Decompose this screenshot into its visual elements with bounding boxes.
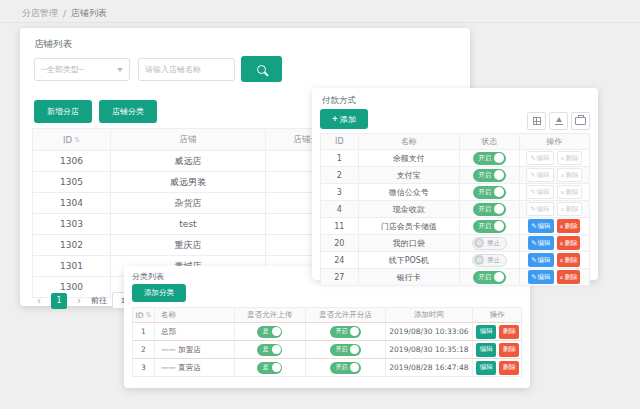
category-header-ops: 操作	[473, 308, 521, 322]
shop-category-button[interactable]: 店铺分类	[99, 100, 157, 123]
status-toggle[interactable]: 开启	[330, 362, 361, 374]
category-branch-cell: 开启	[306, 323, 386, 340]
toggle-label: 开启	[478, 154, 491, 163]
toggle-label: 是	[263, 327, 269, 336]
edit-button[interactable]: ✎编辑	[528, 270, 553, 284]
status-toggle[interactable]: 是	[257, 362, 282, 374]
payment-table-row[interactable]: 20我的口袋⊘禁止✎编辑×删除	[321, 234, 589, 251]
breadcrumb-item-branch-mgmt[interactable]: 分店管理	[22, 7, 58, 20]
delete-button-disabled[interactable]: ×删除	[557, 185, 583, 199]
category-ops-cell: 编辑删除	[473, 341, 521, 358]
delete-button-label: 删除	[503, 363, 516, 372]
delete-button-disabled[interactable]: ×删除	[557, 168, 583, 182]
payment-ops-cell: ✎编辑×删除	[520, 201, 589, 217]
delete-button[interactable]: 删除	[499, 343, 519, 357]
search-button[interactable]	[241, 56, 282, 82]
sort-icon[interactable]: ⇅	[74, 136, 80, 144]
delete-button-disabled[interactable]: ×删除	[557, 202, 583, 216]
edit-icon: ✎	[531, 222, 536, 230]
delete-button[interactable]: ×删除	[557, 253, 581, 267]
shop-id-cell: 1304	[33, 193, 111, 213]
status-toggle[interactable]: 开启	[473, 220, 506, 233]
sort-icon[interactable]: ⇅	[146, 311, 152, 319]
print-icon	[575, 117, 586, 125]
shop-name-input[interactable]	[138, 58, 235, 81]
edit-button-disabled[interactable]: ✎编辑	[526, 185, 553, 199]
pagination-prev-button[interactable]: ‹	[32, 293, 46, 308]
payment-table-row[interactable]: 3微信公众号开启✎编辑×删除	[321, 183, 589, 200]
export-button[interactable]	[549, 112, 568, 130]
payment-table-row[interactable]: 4现金收款开启✎编辑×删除	[321, 200, 589, 217]
toggle-knob	[272, 327, 281, 336]
payment-status-cell: ⊘禁止	[460, 252, 520, 268]
status-toggle[interactable]: ⊘禁止	[472, 237, 507, 250]
edit-icon-disabled: ✎	[530, 171, 535, 179]
payment-table-row[interactable]: 24线下POS机⊘禁止✎编辑×删除	[321, 251, 589, 268]
delete-button-disabled-label: 删除	[565, 171, 578, 180]
edit-button-disabled[interactable]: ✎编辑	[526, 168, 553, 182]
category-id-cell: 1	[133, 323, 155, 340]
toggle-knob	[494, 272, 504, 282]
payment-name-cell: 我的口袋	[359, 235, 460, 251]
delete-button[interactable]: 删除	[499, 361, 519, 375]
delete-button[interactable]: ×删除	[557, 270, 581, 284]
status-toggle[interactable]: 开启	[330, 344, 361, 356]
delete-button-label: 删除	[564, 222, 577, 231]
columns-button[interactable]	[527, 112, 546, 130]
category-table-row[interactable]: 2—— 加盟店是开启2019/08/30 10:35:18编辑删除	[133, 340, 521, 358]
toggle-knob	[494, 204, 504, 214]
chevron-down-icon	[117, 68, 123, 72]
category-header-id[interactable]: ID ⇅	[133, 308, 155, 322]
edit-button-disabled[interactable]: ✎编辑	[526, 151, 553, 165]
edit-button[interactable]: 编辑	[476, 361, 496, 375]
status-toggle[interactable]: 开启	[473, 186, 506, 199]
delete-button[interactable]: ×删除	[557, 219, 581, 233]
category-table-header: ID ⇅ 名称 是否允许上传 是否允许开分店 添加时间 操作	[133, 308, 521, 322]
delete-button-disabled[interactable]: ×删除	[557, 151, 583, 165]
category-name-cell: —— 直营店	[155, 359, 235, 376]
edit-button-label: 编辑	[480, 345, 493, 354]
delete-icon-disabled: ×	[561, 155, 565, 162]
payment-ops-cell: ✎编辑×删除	[520, 269, 589, 285]
add-branch-button[interactable]: 新增分店	[34, 100, 92, 123]
toggle-knob	[494, 221, 504, 231]
edit-button[interactable]: 编辑	[476, 325, 496, 339]
payment-name-cell: 支付宝	[359, 167, 460, 183]
edit-button-disabled[interactable]: ✎编辑	[526, 202, 553, 216]
payment-table-row[interactable]: 1余额支付开启✎编辑×删除	[321, 149, 589, 166]
toggle-knob: ⊘	[474, 255, 484, 265]
category-table-row[interactable]: 3—— 直营店是开启2019/08/28 16:47:48编辑删除	[133, 358, 521, 376]
category-table-row[interactable]: 1总部是开启2019/08/30 10:33:06编辑删除	[133, 322, 521, 340]
status-toggle[interactable]: 开启	[473, 169, 506, 182]
category-header-name: 名称	[155, 308, 235, 322]
edit-button[interactable]: ✎编辑	[528, 253, 553, 267]
type-select[interactable]: --全部类型--	[34, 58, 130, 81]
status-toggle[interactable]: ⊘禁止	[472, 254, 507, 267]
add-payment-button[interactable]: + 添加	[320, 109, 368, 129]
toggle-knob	[272, 345, 281, 354]
delete-button-disabled-label: 删除	[565, 154, 578, 163]
delete-button[interactable]: ×删除	[557, 236, 581, 250]
payment-table-row[interactable]: 27银行卡开启✎编辑×删除	[321, 268, 589, 285]
add-category-button[interactable]: 添加分类	[132, 284, 186, 302]
page-background: { "colors": {"primary": "#14a083", "edit…	[0, 0, 640, 409]
category-time-cell: 2019/08/30 10:33:06	[386, 323, 474, 340]
pagination-jump-label: 前往	[91, 295, 107, 306]
edit-button[interactable]: ✎编辑	[528, 219, 553, 233]
status-toggle[interactable]: 是	[257, 344, 282, 356]
status-toggle[interactable]: 是	[257, 326, 282, 338]
payment-table-row[interactable]: 2支付宝开启✎编辑×删除	[321, 166, 589, 183]
delete-button[interactable]: 删除	[499, 325, 519, 339]
status-toggle[interactable]: 开启	[473, 203, 506, 216]
status-toggle[interactable]: 开启	[473, 271, 506, 284]
print-button[interactable]	[571, 112, 590, 130]
payment-table-row[interactable]: 11门店会员卡储值开启✎编辑×删除	[321, 217, 589, 234]
status-toggle[interactable]: 开启	[330, 326, 361, 338]
edit-button[interactable]: ✎编辑	[528, 236, 553, 250]
category-ops-cell: 编辑删除	[473, 323, 521, 340]
shop-header-id[interactable]: ID ⇅	[33, 129, 111, 150]
edit-button[interactable]: 编辑	[476, 343, 496, 357]
pagination-next-button[interactable]: ›	[72, 293, 86, 308]
status-toggle[interactable]: 开启	[473, 152, 506, 165]
pagination-page-1[interactable]: 1	[51, 293, 67, 309]
